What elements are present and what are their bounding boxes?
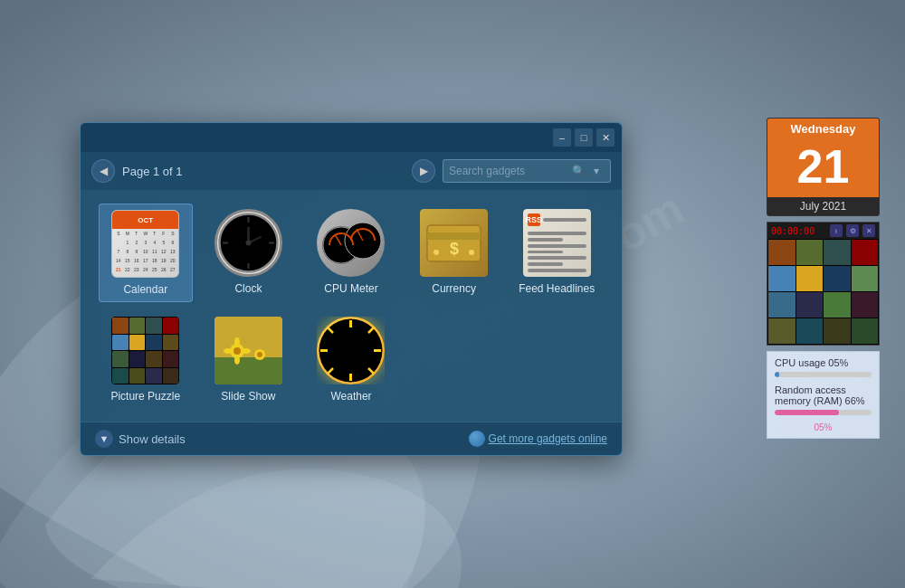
title-bar: – □ ✕ xyxy=(81,123,622,152)
puzzle-cell xyxy=(768,266,795,291)
svg-point-27 xyxy=(224,348,233,354)
get-more-label: Get more gadgets online xyxy=(489,432,607,445)
calendar-widget-day: 21 xyxy=(767,139,879,197)
get-more-gadgets-link[interactable]: Get more gadgets online xyxy=(469,431,607,447)
calendar-widget-day-name: Wednesday xyxy=(767,119,879,139)
puzzle-cell xyxy=(824,292,851,318)
puzzle-widget: 00:00:00 i ⚙ ✕ xyxy=(767,222,880,346)
calendar-icon: OCT SMTWTFS 123456 78910111213 141516171… xyxy=(111,210,179,278)
puzzle-cell xyxy=(852,240,879,265)
puzzle-info-icon[interactable]: i xyxy=(830,224,843,237)
calendar-widget-month-year: July 2021 xyxy=(767,197,879,215)
ram-label: Random access memory (RAM) 66% xyxy=(775,384,872,406)
gadget-item-slide-show[interactable]: Slide Show xyxy=(202,311,296,408)
gadget-item-currency[interactable]: $ Currency xyxy=(407,204,501,302)
right-gadgets-panel: Wednesday 21 July 2021 00:00:00 i ⚙ ✕ xyxy=(767,118,880,439)
puzzle-cell xyxy=(768,240,795,265)
svg-point-17 xyxy=(433,250,439,255)
svg-point-8 xyxy=(245,241,251,246)
currency-icon: $ xyxy=(420,209,488,277)
svg-point-25 xyxy=(234,337,240,346)
puzzle-cell xyxy=(796,240,824,265)
gadget-label-slide-show: Slide Show xyxy=(221,390,275,403)
puzzle-cell xyxy=(824,266,851,291)
window-footer: ▼ Show details Get more gadgets online xyxy=(81,422,622,455)
gadget-label-picture-puzzle: Picture Puzzle xyxy=(110,390,180,403)
calendar-widget[interactable]: Wednesday 21 July 2021 xyxy=(767,118,880,216)
puzzle-cell xyxy=(796,318,824,344)
gadget-label-clock: Clock xyxy=(234,282,262,295)
gadget-item-picture-puzzle[interactable]: Picture Puzzle xyxy=(99,311,193,408)
search-icons: 🔍 ▾ xyxy=(570,163,605,179)
weather-icon xyxy=(317,317,385,384)
gadget-grid: OCT SMTWTFS 123456 78910111213 141516171… xyxy=(81,190,622,422)
gadget-item-weather[interactable]: Weather xyxy=(304,311,398,408)
cpu-usage-label: CPU usage 05% xyxy=(775,357,872,368)
cpu-meter-icon xyxy=(317,209,385,277)
svg-rect-15 xyxy=(427,232,481,240)
puzzle-cell xyxy=(768,292,795,318)
gadget-item-calendar[interactable]: OCT SMTWTFS 123456 78910111213 141516171… xyxy=(99,204,193,302)
dropdown-icon[interactable]: ▾ xyxy=(588,163,605,179)
next-page-button[interactable]: ▶ xyxy=(412,159,435,183)
svg-point-22 xyxy=(233,347,241,355)
ram-percent-label: 05% xyxy=(775,422,872,432)
gadget-label-cpu-meter: CPU Meter xyxy=(324,282,377,295)
puzzle-cell xyxy=(824,240,851,265)
svg-text:$: $ xyxy=(450,240,459,258)
cpu-widget: CPU usage 05% Random access memory (RAM)… xyxy=(767,351,880,439)
timer-label: 00:00:00 xyxy=(771,226,814,236)
puzzle-cell xyxy=(852,292,879,318)
ram-bar xyxy=(775,410,839,415)
gadget-item-cpu-meter[interactable]: CPU Meter xyxy=(304,204,398,302)
ram-bar-container xyxy=(775,410,872,415)
puzzle-close-icon[interactable]: ✕ xyxy=(862,224,875,237)
puzzle-cell xyxy=(824,318,851,344)
page-label: Page 1 of 1 xyxy=(122,165,405,178)
svg-point-18 xyxy=(469,250,474,255)
gadget-label-calendar: Calendar xyxy=(123,283,167,296)
svg-point-28 xyxy=(242,348,251,354)
puzzle-cell xyxy=(852,318,879,344)
slide-show-icon xyxy=(214,317,282,384)
gadget-label-currency: Currency xyxy=(432,282,476,295)
svg-point-26 xyxy=(234,356,240,365)
svg-rect-20 xyxy=(214,357,282,384)
gadget-label-feed-headlines: Feed Headlines xyxy=(519,282,595,295)
clock-icon xyxy=(214,209,282,277)
puzzle-cell xyxy=(796,266,824,291)
puzzle-grid xyxy=(767,239,879,345)
puzzle-cell xyxy=(852,266,879,291)
search-input[interactable] xyxy=(449,165,567,177)
maximize-button[interactable]: □ xyxy=(575,128,593,147)
minimize-button[interactable]: – xyxy=(553,128,571,147)
search-icon[interactable]: 🔍 xyxy=(570,163,586,179)
gadget-item-clock[interactable]: Clock xyxy=(202,204,296,302)
close-button[interactable]: ✕ xyxy=(596,128,614,147)
chevron-down-icon: ▼ xyxy=(95,430,113,448)
cpu-bar-container xyxy=(775,372,872,377)
puzzle-cell xyxy=(768,318,795,344)
cpu-bar xyxy=(775,372,779,377)
puzzle-controls: i ⚙ ✕ xyxy=(830,224,875,237)
gadget-gallery-window: – □ ✕ ◀ Page 1 of 1 ▶ 🔍 ▾ OCT SMTWTFS 12 xyxy=(80,122,623,456)
puzzle-settings-icon[interactable]: ⚙ xyxy=(846,224,859,237)
prev-page-button[interactable]: ◀ xyxy=(91,159,115,183)
show-details-button[interactable]: ▼ Show details xyxy=(95,430,186,448)
feed-headlines-icon: RSS xyxy=(523,209,591,277)
toolbar: ◀ Page 1 of 1 ▶ 🔍 ▾ xyxy=(81,152,622,190)
puzzle-toolbar: 00:00:00 i ⚙ ✕ xyxy=(767,223,879,239)
gadget-item-feed-headlines[interactable]: RSS Feed Headlines xyxy=(510,204,604,302)
picture-puzzle-icon xyxy=(111,317,179,384)
puzzle-cell xyxy=(796,292,824,318)
search-box[interactable]: 🔍 ▾ xyxy=(443,159,611,183)
globe-icon xyxy=(469,431,485,447)
svg-point-24 xyxy=(257,352,262,357)
gadget-label-weather: Weather xyxy=(330,390,371,403)
show-details-label: Show details xyxy=(119,432,186,446)
